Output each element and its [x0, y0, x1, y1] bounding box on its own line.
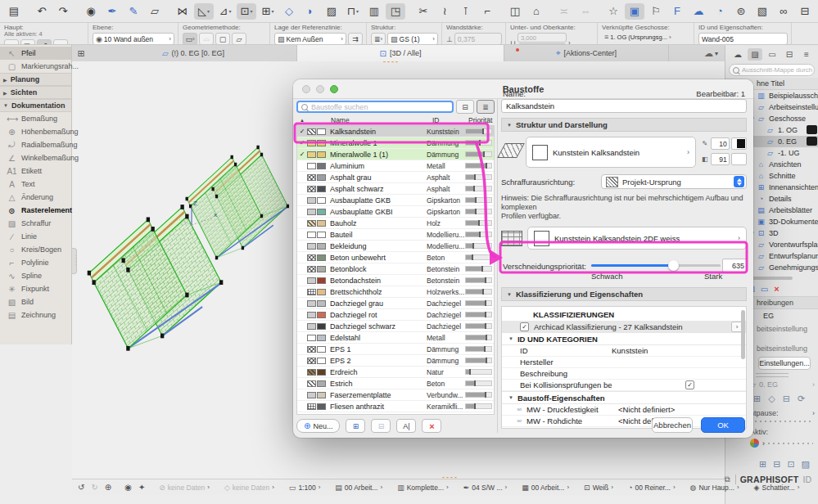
- toolbox-item-bild[interactable]: ▧Bild: [0, 295, 71, 308]
- cloud-sync-icon[interactable]: ◔: [710, 3, 730, 20]
- navigator-search-input[interactable]: Ausschnitt-Mappe durch: [729, 64, 815, 76]
- bottom-elevation-field[interactable]: -0,100: [517, 43, 567, 44]
- redo-icon[interactable]: ↷: [53, 3, 73, 20]
- toolbox-item-radialbemaung[interactable]: ⤾Radialbemaßung: [0, 138, 71, 151]
- toolbox-item-polylinie[interactable]: ⌐Polylinie: [0, 256, 71, 269]
- infobar-button[interactable]: ▭›: [183, 33, 197, 44]
- infobar-button[interactable]: ≣›: [371, 33, 386, 44]
- statusbar-3d-style[interactable]: ◈Schattier...›: [751, 484, 803, 492]
- priority-slider[interactable]: [591, 264, 721, 267]
- toolbox-item-nderung[interactable]: △Änderung: [0, 191, 71, 204]
- palette-divider[interactable]: [756, 373, 789, 377]
- material-row[interactable]: AluminiumMetall: [297, 160, 494, 172]
- statusbar-surface[interactable]: ⊡Weiß›: [581, 484, 617, 492]
- render-icon[interactable]: ⊜: [731, 3, 751, 20]
- hatch-brush-icon[interactable]: ▨: [322, 3, 341, 20]
- chevron-icon[interactable]: ›: [762, 439, 765, 448]
- auto-dimension-icon[interactable]: ▥: [364, 3, 384, 20]
- material-row[interactable]: BetonblockBetonstein: [297, 263, 494, 275]
- cloud-download-icon[interactable]: ☁: [689, 3, 708, 20]
- flag-icon[interactable]: ⚐: [646, 3, 666, 20]
- id-category-row[interactable]: Bei Kollisionsprüfungen ber...✓: [502, 380, 746, 391]
- story-link-row[interactable]: ≡1. OG (Ursprungsg...›: [602, 33, 674, 41]
- material-row[interactable]: ✓Mineralwolle 1 (1)Dämmung: [297, 149, 494, 160]
- guide-lines-icon[interactable]: ◺▾: [194, 3, 214, 20]
- fg-pen-color[interactable]: [731, 137, 747, 150]
- publisher-tab-icon[interactable]: ⊟: [782, 48, 797, 61]
- cloud-icon[interactable]: ☁: [730, 48, 745, 61]
- delete-button[interactable]: ×: [422, 419, 441, 433]
- orbit-eye-icon[interactable]: ◉: [122, 483, 134, 492]
- material-row[interactable]: ✓Mineralwolle 1Dämmung: [297, 137, 494, 149]
- explore-icon[interactable]: ✦: [136, 483, 147, 492]
- tab-3dalle[interactable]: ⊡[3D / Alle]: [297, 45, 504, 61]
- folder-view-button[interactable]: ⊟: [456, 100, 474, 114]
- compare-icon[interactable]: ⊟: [795, 3, 815, 20]
- infobar-button[interactable]: ▢›: [20, 39, 35, 44]
- measure-icon[interactable]: ⊿▾: [215, 3, 235, 20]
- toolbox-item-linie[interactable]: ∕Linie: [0, 230, 71, 243]
- priority-slider-thumb[interactable]: [668, 260, 679, 271]
- save-view-icon[interactable]: ▭: [761, 285, 768, 294]
- infobar-button[interactable]: ⇉: [348, 33, 363, 44]
- toolbox-item-markierungsrah[interactable]: ▢Markierungsrah...: [0, 60, 71, 73]
- material-row[interactable]: FaserzementplatteVerbundw...: [297, 389, 494, 401]
- delete-icon[interactable]: ×: [774, 284, 779, 294]
- layers-icon[interactable]: ▣: [625, 3, 644, 20]
- refresh-icon[interactable]: ⟳: [798, 394, 805, 404]
- zoom-icon[interactable]: ⊞: [753, 394, 761, 404]
- release-icon[interactable]: ⊟: [773, 459, 780, 470]
- id-category-row[interactable]: Hersteller: [502, 357, 746, 368]
- list-view-button[interactable]: ≣: [477, 100, 495, 114]
- checkbox-checked[interactable]: ✓: [685, 380, 694, 389]
- statusbar-structure-filter[interactable]: ◍Nur Haup...›: [687, 484, 743, 492]
- statusbar-pen[interactable]: ✒04 S/W ...›: [460, 484, 511, 492]
- material-row[interactable]: Dachziegel grauDachziegel: [297, 298, 494, 309]
- home-icon[interactable]: ⌂: [527, 3, 546, 20]
- material-row[interactable]: BauholzHolz: [297, 218, 494, 229]
- material-row[interactable]: BetondachsteinBetonstein: [297, 275, 494, 286]
- chevron-icon[interactable]: ›: [70, 42, 72, 44]
- section-structure[interactable]: ▼ Struktur und Darstellung: [501, 118, 747, 132]
- infobar-button[interactable]: ↺: [37, 39, 52, 44]
- id-categories-header[interactable]: ▼ ID UND KATEGORIEN: [502, 332, 746, 345]
- material-row[interactable]: Ausbauplatte GKBGipskarton: [297, 195, 494, 206]
- classification-row[interactable]: ✓ Archicad Klassifizierung - 27 Kalksand…: [502, 321, 746, 332]
- toolbox-group-dokumentation[interactable]: ▼Dokumentation: [0, 99, 71, 112]
- binoculars-icon[interactable]: ∞: [774, 3, 793, 20]
- material-row[interactable]: Ausbauplatte GKBIGipskarton: [297, 206, 494, 218]
- toolbox-item-etikett[interactable]: A1Etikett: [0, 164, 71, 178]
- pie-icon[interactable]: [750, 439, 759, 448]
- toolbox-item-bemaung[interactable]: ⟷Bemaßung: [0, 112, 71, 125]
- material-row[interactable]: Beton unbewehrtBeton: [297, 252, 494, 263]
- infobar-field[interactable]: ▨Kern Außen›: [274, 33, 346, 44]
- toolbox-item-schraffur[interactable]: ▨Schraffur: [0, 217, 71, 230]
- stepper-icon[interactable]: [734, 176, 744, 187]
- id-category-row[interactable]: IDKunststein: [502, 345, 746, 357]
- eyedropper-icon[interactable]: ◉: [81, 3, 101, 20]
- chevron-icon[interactable]: ›: [812, 409, 815, 417]
- material-row[interactable]: EstrichBeton: [297, 378, 494, 389]
- cloud-dropdown[interactable]: ☁▾: [698, 45, 725, 61]
- morph-icon[interactable]: ▱: [145, 3, 165, 20]
- column-priority[interactable]: Priorität: [468, 116, 495, 124]
- material-row[interactable]: Asphalt grauAsphalt: [297, 172, 494, 183]
- close-window-icon[interactable]: [302, 85, 310, 93]
- material-row[interactable]: EPS 1Dämmung: [297, 344, 494, 355]
- material-property-row[interactable]: ∞MW - Druckfestigkeit<Nicht definiert>: [502, 404, 746, 416]
- statusbar-trace-reference[interactable]: ⊘keine Daten›: [156, 484, 213, 492]
- material-row[interactable]: EdelstahlMetall: [297, 332, 494, 344]
- toolbox-item-winkelbemaung[interactable]: ∠Winkelbemaßung: [0, 151, 71, 164]
- bridge-icon[interactable]: ≍: [554, 3, 574, 20]
- material-row[interactable]: BekleidungModellieru...: [297, 241, 494, 252]
- material-row[interactable]: ErdreichNatur: [297, 367, 494, 378]
- toolbox-item-kreisbogen[interactable]: ○Kreis/Bogen: [0, 243, 71, 256]
- active-slider[interactable]: [768, 442, 813, 445]
- copy-icon[interactable]: ⊟: [783, 394, 790, 404]
- intersect-icon[interactable]: ⌐: [477, 3, 497, 20]
- infobar-button[interactable]: ▢: [215, 33, 230, 44]
- orbit-icon[interactable]: ◇: [768, 394, 775, 404]
- save-icon[interactable]: ▤: [4, 3, 24, 20]
- priority-value-field[interactable]: 635: [722, 259, 747, 272]
- editing-plane-icon[interactable]: ◇: [279, 3, 299, 20]
